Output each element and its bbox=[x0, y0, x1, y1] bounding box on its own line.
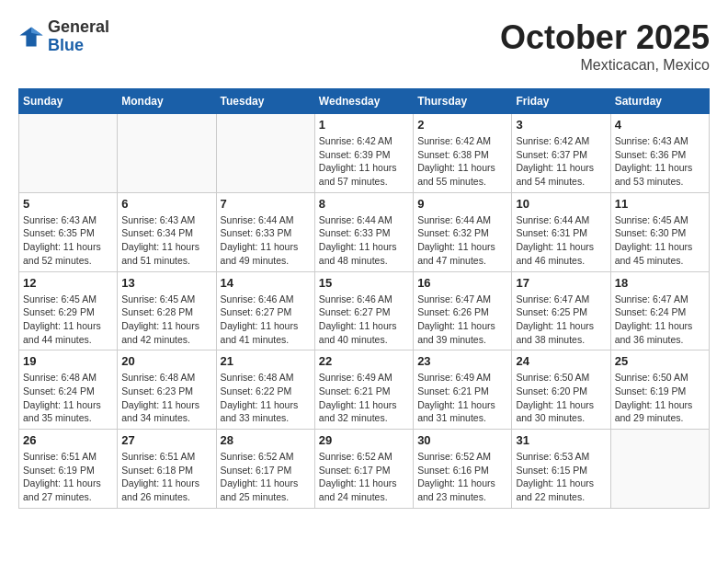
day-number: 23 bbox=[417, 354, 507, 368]
calendar-cell: 24Sunrise: 6:50 AM Sunset: 6:20 PM Dayli… bbox=[512, 350, 610, 430]
calendar-table: SundayMondayTuesdayWednesdayThursdayFrid… bbox=[18, 88, 710, 509]
day-number: 7 bbox=[221, 197, 311, 211]
day-info: Sunrise: 6:50 AM Sunset: 6:20 PM Dayligh… bbox=[516, 371, 606, 425]
day-info: Sunrise: 6:47 AM Sunset: 6:25 PM Dayligh… bbox=[516, 293, 606, 347]
title-block: October 2025 Mexticacan, Mexico bbox=[500, 18, 710, 74]
month-title: October 2025 bbox=[500, 18, 710, 57]
calendar-cell: 8Sunrise: 6:44 AM Sunset: 6:33 PM Daylig… bbox=[314, 192, 413, 271]
calendar-cell: 20Sunrise: 6:48 AM Sunset: 6:23 PM Dayli… bbox=[118, 350, 216, 430]
day-number: 12 bbox=[23, 276, 113, 290]
day-number: 4 bbox=[615, 118, 705, 132]
calendar-cell: 23Sunrise: 6:49 AM Sunset: 6:21 PM Dayli… bbox=[414, 350, 512, 430]
day-info: Sunrise: 6:44 AM Sunset: 6:33 PM Dayligh… bbox=[221, 213, 311, 268]
day-number: 14 bbox=[221, 276, 311, 290]
day-info: Sunrise: 6:49 AM Sunset: 6:21 PM Dayligh… bbox=[417, 371, 507, 425]
weekday-header: Thursday bbox=[414, 89, 512, 114]
day-number: 22 bbox=[319, 354, 409, 368]
calendar-cell: 4Sunrise: 6:43 AM Sunset: 6:36 PM Daylig… bbox=[610, 114, 709, 193]
day-info: Sunrise: 6:52 AM Sunset: 6:16 PM Dayligh… bbox=[417, 450, 507, 504]
day-info: Sunrise: 6:46 AM Sunset: 6:27 PM Dayligh… bbox=[319, 293, 409, 347]
day-info: Sunrise: 6:51 AM Sunset: 6:19 PM Dayligh… bbox=[23, 450, 113, 504]
day-info: Sunrise: 6:53 AM Sunset: 6:15 PM Dayligh… bbox=[516, 450, 606, 504]
calendar-cell: 6Sunrise: 6:43 AM Sunset: 6:34 PM Daylig… bbox=[118, 192, 216, 271]
day-info: Sunrise: 6:47 AM Sunset: 6:26 PM Dayligh… bbox=[417, 293, 507, 347]
day-info: Sunrise: 6:42 AM Sunset: 6:37 PM Dayligh… bbox=[516, 134, 606, 189]
calendar-week-row: 26Sunrise: 6:51 AM Sunset: 6:19 PM Dayli… bbox=[19, 430, 710, 509]
logo-text: General Blue bbox=[48, 18, 109, 55]
calendar-cell: 7Sunrise: 6:44 AM Sunset: 6:33 PM Daylig… bbox=[216, 192, 314, 271]
calendar-cell bbox=[118, 114, 216, 193]
calendar-cell: 29Sunrise: 6:52 AM Sunset: 6:17 PM Dayli… bbox=[314, 430, 413, 509]
day-info: Sunrise: 6:51 AM Sunset: 6:18 PM Dayligh… bbox=[121, 450, 211, 504]
calendar-cell: 27Sunrise: 6:51 AM Sunset: 6:18 PM Dayli… bbox=[118, 430, 216, 509]
calendar-week-row: 5Sunrise: 6:43 AM Sunset: 6:35 PM Daylig… bbox=[19, 192, 710, 271]
day-info: Sunrise: 6:45 AM Sunset: 6:28 PM Dayligh… bbox=[121, 293, 211, 347]
day-info: Sunrise: 6:45 AM Sunset: 6:29 PM Dayligh… bbox=[23, 293, 113, 347]
day-number: 25 bbox=[615, 354, 705, 368]
day-info: Sunrise: 6:44 AM Sunset: 6:31 PM Dayligh… bbox=[516, 213, 606, 268]
calendar-week-row: 12Sunrise: 6:45 AM Sunset: 6:29 PM Dayli… bbox=[19, 271, 710, 350]
weekday-header: Saturday bbox=[610, 89, 709, 114]
weekday-header: Monday bbox=[118, 89, 216, 114]
day-info: Sunrise: 6:43 AM Sunset: 6:34 PM Dayligh… bbox=[121, 213, 211, 268]
day-info: Sunrise: 6:45 AM Sunset: 6:30 PM Dayligh… bbox=[615, 213, 705, 268]
weekday-header: Wednesday bbox=[314, 89, 413, 114]
day-info: Sunrise: 6:44 AM Sunset: 6:32 PM Dayligh… bbox=[417, 213, 507, 268]
day-info: Sunrise: 6:42 AM Sunset: 6:39 PM Dayligh… bbox=[319, 134, 409, 189]
day-number: 15 bbox=[319, 276, 409, 290]
calendar-cell: 11Sunrise: 6:45 AM Sunset: 6:30 PM Dayli… bbox=[610, 192, 709, 271]
day-info: Sunrise: 6:42 AM Sunset: 6:38 PM Dayligh… bbox=[417, 134, 507, 189]
logo-bird-icon bbox=[18, 24, 44, 50]
day-number: 6 bbox=[121, 197, 211, 211]
day-number: 26 bbox=[23, 433, 113, 447]
calendar-cell: 3Sunrise: 6:42 AM Sunset: 6:37 PM Daylig… bbox=[512, 114, 610, 193]
calendar-cell: 16Sunrise: 6:47 AM Sunset: 6:26 PM Dayli… bbox=[414, 271, 512, 350]
weekday-header-row: SundayMondayTuesdayWednesdayThursdayFrid… bbox=[19, 89, 710, 114]
day-number: 2 bbox=[417, 118, 507, 132]
day-info: Sunrise: 6:49 AM Sunset: 6:21 PM Dayligh… bbox=[319, 371, 409, 425]
day-number: 8 bbox=[319, 197, 409, 211]
calendar-cell: 30Sunrise: 6:52 AM Sunset: 6:16 PM Dayli… bbox=[414, 430, 512, 509]
calendar-week-row: 1Sunrise: 6:42 AM Sunset: 6:39 PM Daylig… bbox=[19, 114, 710, 193]
day-number: 29 bbox=[319, 433, 409, 447]
day-info: Sunrise: 6:48 AM Sunset: 6:23 PM Dayligh… bbox=[121, 371, 211, 425]
day-number: 10 bbox=[516, 197, 606, 211]
day-info: Sunrise: 6:44 AM Sunset: 6:33 PM Dayligh… bbox=[319, 213, 409, 268]
day-info: Sunrise: 6:48 AM Sunset: 6:24 PM Dayligh… bbox=[23, 371, 113, 425]
day-number: 9 bbox=[417, 197, 507, 211]
calendar-cell: 19Sunrise: 6:48 AM Sunset: 6:24 PM Dayli… bbox=[19, 350, 118, 430]
calendar-cell bbox=[610, 430, 709, 509]
day-number: 11 bbox=[615, 197, 705, 211]
calendar-cell: 25Sunrise: 6:50 AM Sunset: 6:19 PM Dayli… bbox=[610, 350, 709, 430]
day-number: 31 bbox=[516, 433, 606, 447]
calendar-week-row: 19Sunrise: 6:48 AM Sunset: 6:24 PM Dayli… bbox=[19, 350, 710, 430]
logo-general: General bbox=[48, 17, 109, 36]
day-info: Sunrise: 6:46 AM Sunset: 6:27 PM Dayligh… bbox=[221, 293, 311, 347]
page-header: General Blue October 2025 Mexticacan, Me… bbox=[18, 18, 710, 74]
logo: General Blue bbox=[18, 18, 109, 55]
day-number: 24 bbox=[516, 354, 606, 368]
day-number: 27 bbox=[121, 433, 211, 447]
day-number: 13 bbox=[121, 276, 211, 290]
day-info: Sunrise: 6:48 AM Sunset: 6:22 PM Dayligh… bbox=[221, 371, 311, 425]
day-number: 28 bbox=[221, 433, 311, 447]
calendar-cell: 12Sunrise: 6:45 AM Sunset: 6:29 PM Dayli… bbox=[19, 271, 118, 350]
calendar-cell: 9Sunrise: 6:44 AM Sunset: 6:32 PM Daylig… bbox=[414, 192, 512, 271]
calendar-cell: 21Sunrise: 6:48 AM Sunset: 6:22 PM Dayli… bbox=[216, 350, 314, 430]
location: Mexticacan, Mexico bbox=[500, 57, 710, 74]
day-number: 16 bbox=[417, 276, 507, 290]
day-info: Sunrise: 6:43 AM Sunset: 6:35 PM Dayligh… bbox=[23, 213, 113, 268]
calendar-cell: 17Sunrise: 6:47 AM Sunset: 6:25 PM Dayli… bbox=[512, 271, 610, 350]
day-number: 20 bbox=[121, 354, 211, 368]
calendar-cell: 1Sunrise: 6:42 AM Sunset: 6:39 PM Daylig… bbox=[314, 114, 413, 193]
day-info: Sunrise: 6:50 AM Sunset: 6:19 PM Dayligh… bbox=[615, 371, 705, 425]
calendar-cell: 18Sunrise: 6:47 AM Sunset: 6:24 PM Dayli… bbox=[610, 271, 709, 350]
logo-blue: Blue bbox=[48, 36, 84, 54]
day-number: 1 bbox=[319, 118, 409, 132]
weekday-header: Tuesday bbox=[216, 89, 314, 114]
day-number: 19 bbox=[23, 354, 113, 368]
calendar-cell: 28Sunrise: 6:52 AM Sunset: 6:17 PM Dayli… bbox=[216, 430, 314, 509]
calendar-cell: 15Sunrise: 6:46 AM Sunset: 6:27 PM Dayli… bbox=[314, 271, 413, 350]
day-number: 18 bbox=[615, 276, 705, 290]
weekday-header: Sunday bbox=[19, 89, 118, 114]
